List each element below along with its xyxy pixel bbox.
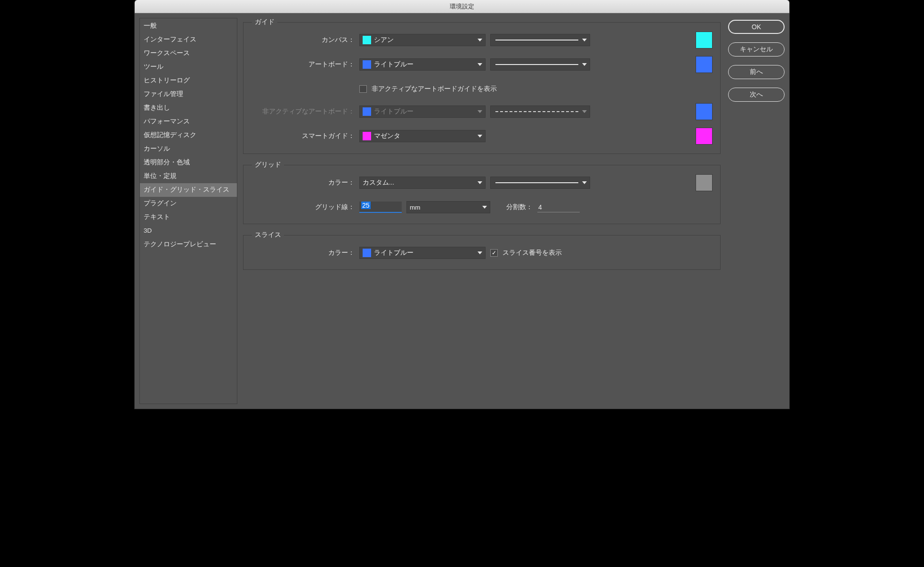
sidebar-item[interactable]: プラグイン bbox=[140, 197, 237, 211]
canvas-color-name: シアン bbox=[374, 36, 394, 44]
chevron-down-icon bbox=[478, 110, 482, 113]
guides-group: ガイド カンバス： シアン bbox=[243, 18, 721, 154]
subdivision-label: 分割数： bbox=[506, 203, 533, 211]
ok-button[interactable]: OK bbox=[728, 20, 785, 34]
artboard-color-dot bbox=[363, 60, 371, 69]
window-body: 一般インターフェイスワークスペースツールヒストリーログファイル管理書き出しパフォ… bbox=[135, 13, 789, 409]
smart-guide-color-name: マゼンタ bbox=[374, 132, 400, 140]
grid-color-name: カスタム... bbox=[363, 178, 394, 187]
inactive-artboard-label: 非アクティブなアートボード： bbox=[249, 107, 355, 116]
canvas-linestyle-select[interactable] bbox=[490, 34, 590, 46]
sidebar-item[interactable]: 一般 bbox=[140, 19, 237, 33]
slice-color-select[interactable]: ライトブルー bbox=[359, 247, 486, 259]
slice-color-name: ライトブルー bbox=[374, 249, 413, 257]
solid-line-icon bbox=[495, 182, 578, 183]
sidebar-item[interactable]: ワークスペース bbox=[140, 47, 237, 60]
dialog-buttons: OK キャンセル 前へ 次へ bbox=[728, 18, 785, 404]
chevron-down-icon bbox=[582, 181, 587, 184]
show-inactive-artboard-guides-checkbox[interactable] bbox=[359, 85, 367, 93]
artboard-linestyle-select[interactable] bbox=[490, 58, 590, 71]
sidebar-item[interactable]: ツール bbox=[140, 60, 237, 74]
canvas-color-swatch[interactable] bbox=[696, 32, 713, 49]
chevron-down-icon bbox=[478, 63, 482, 66]
solid-line-icon bbox=[495, 64, 578, 65]
grid-legend: グリッド bbox=[252, 161, 284, 169]
gridline-label: グリッド線： bbox=[249, 203, 355, 211]
grid-color-swatch[interactable] bbox=[696, 174, 713, 191]
sidebar-item[interactable]: 3D bbox=[140, 224, 237, 238]
inactive-artboard-linestyle-select bbox=[490, 105, 590, 118]
chevron-down-icon bbox=[478, 181, 482, 184]
window-title: 環境設定 bbox=[450, 2, 474, 11]
chevron-down-icon bbox=[478, 251, 482, 254]
cancel-button[interactable]: キャンセル bbox=[728, 42, 785, 57]
artboard-color-swatch[interactable] bbox=[696, 56, 713, 73]
grid-color-select[interactable]: カスタム... bbox=[359, 177, 486, 189]
guides-legend: ガイド bbox=[252, 18, 277, 26]
slice-color-dot bbox=[363, 249, 371, 257]
show-inactive-artboard-guides-label: 非アクティブなアートボードガイドを表示 bbox=[372, 85, 497, 93]
gridline-unit-select[interactable]: mm bbox=[406, 201, 490, 213]
grid-linestyle-select[interactable] bbox=[490, 177, 590, 189]
preference-categories-sidebar: 一般インターフェイスワークスペースツールヒストリーログファイル管理書き出しパフォ… bbox=[139, 18, 237, 404]
inactive-artboard-color-swatch[interactable] bbox=[696, 103, 713, 120]
sidebar-item[interactable]: テキスト bbox=[140, 211, 237, 224]
show-slice-numbers-checkbox[interactable] bbox=[490, 249, 498, 257]
chevron-down-icon bbox=[478, 135, 482, 138]
chevron-down-icon bbox=[582, 63, 587, 66]
slice-color-label: カラー： bbox=[249, 249, 355, 257]
chevron-down-icon bbox=[478, 39, 482, 41]
inactive-artboard-color-select: ライトブルー bbox=[359, 105, 486, 118]
slices-group: スライス カラー： ライトブルー スライス番号を表示 bbox=[243, 231, 721, 270]
chevron-down-icon bbox=[582, 110, 587, 113]
main-panel: ガイド カンバス： シアン bbox=[243, 18, 722, 404]
sidebar-item[interactable]: テクノロジープレビュー bbox=[140, 238, 237, 251]
gridline-unit-value: mm bbox=[410, 204, 421, 211]
canvas-label: カンバス： bbox=[249, 36, 355, 44]
prev-button[interactable]: 前へ bbox=[728, 65, 785, 79]
show-slice-numbers-label: スライス番号を表示 bbox=[503, 249, 562, 257]
next-button[interactable]: 次へ bbox=[728, 88, 785, 102]
artboard-label: アートボード： bbox=[249, 60, 355, 69]
canvas-color-select[interactable]: シアン bbox=[359, 34, 486, 46]
sidebar-item[interactable]: 単位・定規 bbox=[140, 170, 237, 183]
inactive-artboard-color-name: ライトブルー bbox=[374, 107, 413, 116]
chevron-down-icon bbox=[482, 206, 487, 209]
smart-guide-color-swatch[interactable] bbox=[696, 128, 713, 145]
sidebar-item[interactable]: カーソル bbox=[140, 142, 237, 156]
gridline-value-input[interactable]: 25 bbox=[359, 202, 402, 213]
smart-guide-color-dot bbox=[363, 132, 371, 140]
sidebar-item[interactable]: ファイル管理 bbox=[140, 88, 237, 101]
artboard-color-name: ライトブルー bbox=[374, 60, 413, 69]
subdivision-value-input[interactable] bbox=[537, 202, 580, 212]
inactive-artboard-color-dot bbox=[363, 107, 371, 116]
sidebar-item[interactable]: 透明部分・色域 bbox=[140, 156, 237, 170]
slices-legend: スライス bbox=[252, 231, 284, 239]
canvas-color-dot bbox=[363, 36, 371, 44]
sidebar-item[interactable]: 仮想記憶ディスク bbox=[140, 129, 237, 142]
sidebar-item[interactable]: インターフェイス bbox=[140, 33, 237, 47]
artboard-color-select[interactable]: ライトブルー bbox=[359, 58, 486, 71]
sidebar-item[interactable]: パフォーマンス bbox=[140, 115, 237, 129]
sidebar-item[interactable]: ガイド・グリッド・スライス bbox=[140, 183, 237, 197]
chevron-down-icon bbox=[582, 39, 587, 41]
preferences-window: 環境設定 一般インターフェイスワークスペースツールヒストリーログファイル管理書き… bbox=[135, 0, 789, 409]
solid-line-icon bbox=[495, 40, 578, 40]
sidebar-item[interactable]: 書き出し bbox=[140, 101, 237, 115]
sidebar-item[interactable]: ヒストリーログ bbox=[140, 74, 237, 88]
smart-guide-color-select[interactable]: マゼンタ bbox=[359, 130, 486, 142]
smart-guide-label: スマートガイド： bbox=[249, 132, 355, 140]
dashed-line-icon bbox=[495, 111, 578, 112]
grid-color-label: カラー： bbox=[249, 178, 355, 187]
titlebar: 環境設定 bbox=[135, 0, 789, 13]
grid-group: グリッド カラー： カスタム... グリッ bbox=[243, 161, 721, 224]
